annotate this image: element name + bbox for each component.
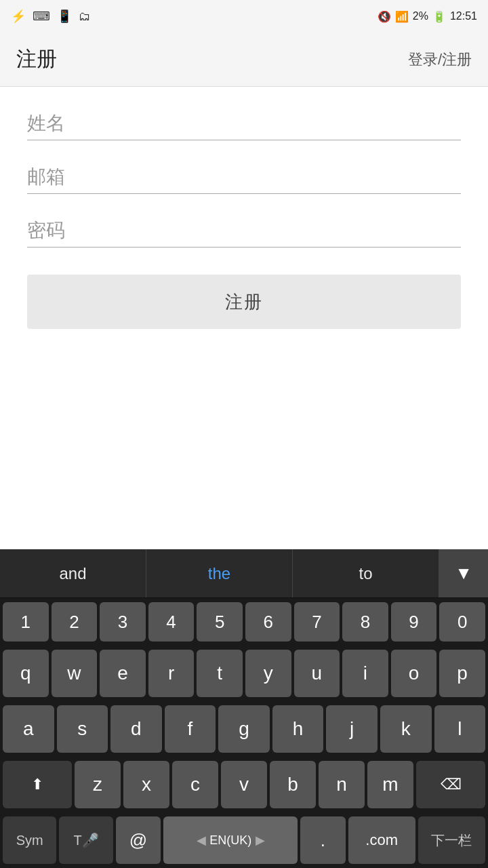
name-field xyxy=(27,107,461,140)
shift-key[interactable]: ⬆ xyxy=(3,761,72,808)
key-7[interactable]: 7 xyxy=(294,602,340,642)
key-6[interactable]: 6 xyxy=(245,602,291,642)
asdf-row: a s d f g h j k l xyxy=(0,701,488,757)
key-a[interactable]: a xyxy=(3,705,54,753)
key-n[interactable]: n xyxy=(319,761,365,808)
mic-key[interactable]: T🎤 xyxy=(59,816,113,864)
status-icons: ⚡ ⌨ 📱 🗂 xyxy=(11,9,91,24)
collapse-keyboard-button[interactable]: ▼ xyxy=(439,549,488,597)
at-key[interactable]: @ xyxy=(116,816,161,864)
next-key[interactable]: 下一栏 xyxy=(418,816,485,864)
battery-percent: 2% xyxy=(413,10,428,22)
key-8[interactable]: 8 xyxy=(342,602,388,642)
password-field xyxy=(27,214,461,248)
key-j[interactable]: j xyxy=(326,705,378,753)
key-i[interactable]: i xyxy=(342,650,388,697)
suggestion-and[interactable]: and xyxy=(0,549,146,597)
title-bar: 注册 登录/注册 xyxy=(0,33,488,87)
key-1[interactable]: 1 xyxy=(3,602,49,642)
space-key[interactable]: ◀ EN(UK) ▶ xyxy=(163,816,298,864)
keyboard: and the to ▼ 1 2 3 4 5 6 7 8 9 0 q w e r… xyxy=(0,549,488,868)
suggestion-to[interactable]: to xyxy=(293,549,439,597)
qwerty-row: q w e r t y u i o p xyxy=(0,646,488,701)
key-2[interactable]: 2 xyxy=(52,602,98,642)
key-s[interactable]: s xyxy=(57,705,108,753)
key-b[interactable]: b xyxy=(270,761,316,808)
name-input[interactable] xyxy=(27,107,461,140)
key-f[interactable]: f xyxy=(165,705,216,753)
dotcom-key[interactable]: .com xyxy=(348,816,415,864)
key-0[interactable]: 0 xyxy=(439,602,485,642)
keyboard-icon: ⌨ xyxy=(33,9,50,24)
key-y[interactable]: y xyxy=(245,650,291,697)
sim-icon: 🗂 xyxy=(79,9,91,24)
key-9[interactable]: 9 xyxy=(391,602,437,642)
key-o[interactable]: o xyxy=(391,650,437,697)
login-register-link[interactable]: 登录/注册 xyxy=(408,50,472,70)
register-button[interactable]: 注册 xyxy=(27,275,461,329)
key-z[interactable]: z xyxy=(75,761,121,808)
key-t[interactable]: t xyxy=(197,650,243,697)
key-p[interactable]: p xyxy=(439,650,485,697)
zxcv-row: ⬆ z x c v b n m ⌫ xyxy=(0,757,488,812)
status-bar: ⚡ ⌨ 📱 🗂 🔇 📶 2% 🔋 12:51 xyxy=(0,0,488,33)
suggestions-row: and the to ▼ xyxy=(0,549,488,598)
key-l[interactable]: l xyxy=(434,705,486,753)
key-3[interactable]: 3 xyxy=(100,602,146,642)
email-field xyxy=(27,161,461,194)
key-m[interactable]: m xyxy=(367,761,413,808)
key-v[interactable]: v xyxy=(221,761,267,808)
email-input[interactable] xyxy=(27,161,461,194)
time: 12:51 xyxy=(450,10,477,22)
usb-icon: ⚡ xyxy=(11,9,26,24)
suggestion-the[interactable]: the xyxy=(146,549,293,597)
bottom-row: Sym T🎤 @ ◀ EN(UK) ▶ . .com 下一栏 xyxy=(0,812,488,868)
phone-icon: 📱 xyxy=(57,9,72,24)
charging-icon: 🔋 xyxy=(432,10,446,23)
key-h[interactable]: h xyxy=(272,705,324,753)
page-title: 注册 xyxy=(16,45,57,73)
key-q[interactable]: q xyxy=(3,650,49,697)
key-4[interactable]: 4 xyxy=(148,602,195,642)
key-w[interactable]: w xyxy=(52,650,98,697)
key-d[interactable]: d xyxy=(110,705,162,753)
dot-key[interactable]: . xyxy=(300,816,345,864)
signal-icon: 📶 xyxy=(395,10,409,23)
status-right: 🔇 📶 2% 🔋 12:51 xyxy=(378,10,477,23)
key-r[interactable]: r xyxy=(148,650,195,697)
key-g[interactable]: g xyxy=(218,705,270,753)
mute-icon: 🔇 xyxy=(378,10,391,23)
backspace-key[interactable]: ⌫ xyxy=(416,761,485,808)
key-5[interactable]: 5 xyxy=(197,602,243,642)
password-input[interactable] xyxy=(27,214,461,248)
key-u[interactable]: u xyxy=(294,650,340,697)
key-x[interactable]: x xyxy=(123,761,169,808)
key-e[interactable]: e xyxy=(100,650,146,697)
key-c[interactable]: c xyxy=(172,761,218,808)
form-area: 注册 xyxy=(0,87,488,549)
number-row: 1 2 3 4 5 6 7 8 9 0 xyxy=(0,598,488,646)
sym-key[interactable]: Sym xyxy=(3,816,56,864)
key-k[interactable]: k xyxy=(380,705,432,753)
